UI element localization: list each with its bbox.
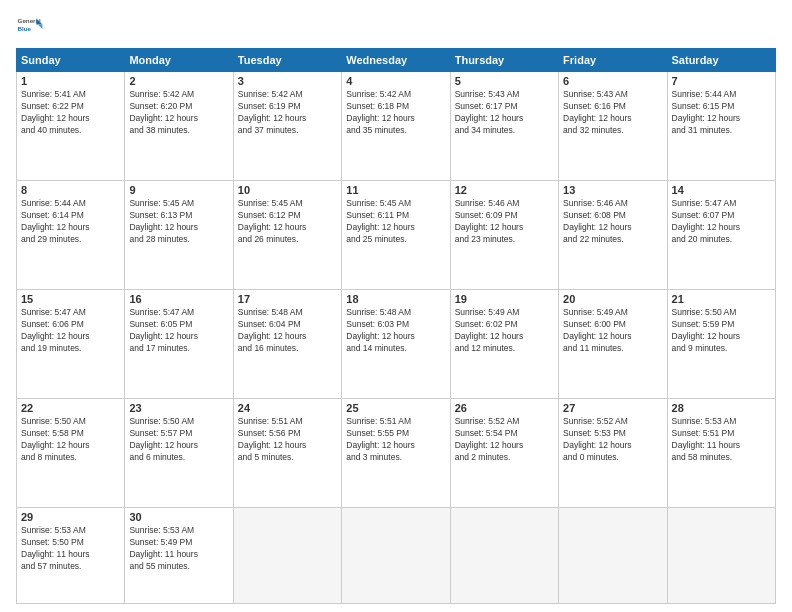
day-info: Sunrise: 5:42 AM Sunset: 6:19 PM Dayligh… bbox=[238, 89, 337, 137]
table-row: 20Sunrise: 5:49 AM Sunset: 6:00 PM Dayli… bbox=[559, 290, 667, 399]
table-row: 24Sunrise: 5:51 AM Sunset: 5:56 PM Dayli… bbox=[233, 399, 341, 508]
table-row: 10Sunrise: 5:45 AM Sunset: 6:12 PM Dayli… bbox=[233, 181, 341, 290]
table-row bbox=[559, 508, 667, 604]
day-info: Sunrise: 5:45 AM Sunset: 6:13 PM Dayligh… bbox=[129, 198, 228, 246]
day-number: 21 bbox=[672, 293, 771, 305]
day-number: 6 bbox=[563, 75, 662, 87]
table-row: 14Sunrise: 5:47 AM Sunset: 6:07 PM Dayli… bbox=[667, 181, 775, 290]
day-info: Sunrise: 5:42 AM Sunset: 6:20 PM Dayligh… bbox=[129, 89, 228, 137]
day-info: Sunrise: 5:49 AM Sunset: 6:00 PM Dayligh… bbox=[563, 307, 662, 355]
col-tuesday: Tuesday bbox=[233, 49, 341, 72]
day-number: 14 bbox=[672, 184, 771, 196]
table-row: 17Sunrise: 5:48 AM Sunset: 6:04 PM Dayli… bbox=[233, 290, 341, 399]
table-row bbox=[450, 508, 558, 604]
logo: General Blue bbox=[16, 12, 44, 40]
day-number: 12 bbox=[455, 184, 554, 196]
table-row: 29Sunrise: 5:53 AM Sunset: 5:50 PM Dayli… bbox=[17, 508, 125, 604]
table-row: 1Sunrise: 5:41 AM Sunset: 6:22 PM Daylig… bbox=[17, 72, 125, 181]
day-info: Sunrise: 5:52 AM Sunset: 5:54 PM Dayligh… bbox=[455, 416, 554, 464]
day-info: Sunrise: 5:47 AM Sunset: 6:07 PM Dayligh… bbox=[672, 198, 771, 246]
calendar-week-row: 8Sunrise: 5:44 AM Sunset: 6:14 PM Daylig… bbox=[17, 181, 776, 290]
day-number: 10 bbox=[238, 184, 337, 196]
calendar-table: Sunday Monday Tuesday Wednesday Thursday… bbox=[16, 48, 776, 604]
table-row: 5Sunrise: 5:43 AM Sunset: 6:17 PM Daylig… bbox=[450, 72, 558, 181]
day-info: Sunrise: 5:44 AM Sunset: 6:15 PM Dayligh… bbox=[672, 89, 771, 137]
day-number: 27 bbox=[563, 402, 662, 414]
day-info: Sunrise: 5:41 AM Sunset: 6:22 PM Dayligh… bbox=[21, 89, 120, 137]
day-info: Sunrise: 5:50 AM Sunset: 5:58 PM Dayligh… bbox=[21, 416, 120, 464]
col-thursday: Thursday bbox=[450, 49, 558, 72]
col-wednesday: Wednesday bbox=[342, 49, 450, 72]
calendar-week-row: 29Sunrise: 5:53 AM Sunset: 5:50 PM Dayli… bbox=[17, 508, 776, 604]
table-row: 12Sunrise: 5:46 AM Sunset: 6:09 PM Dayli… bbox=[450, 181, 558, 290]
table-row: 28Sunrise: 5:53 AM Sunset: 5:51 PM Dayli… bbox=[667, 399, 775, 508]
table-row bbox=[342, 508, 450, 604]
day-info: Sunrise: 5:51 AM Sunset: 5:55 PM Dayligh… bbox=[346, 416, 445, 464]
day-number: 30 bbox=[129, 511, 228, 523]
day-number: 22 bbox=[21, 402, 120, 414]
header: General Blue bbox=[16, 12, 776, 40]
day-number: 25 bbox=[346, 402, 445, 414]
col-monday: Monday bbox=[125, 49, 233, 72]
table-row bbox=[667, 508, 775, 604]
day-info: Sunrise: 5:53 AM Sunset: 5:50 PM Dayligh… bbox=[21, 525, 120, 573]
day-info: Sunrise: 5:49 AM Sunset: 6:02 PM Dayligh… bbox=[455, 307, 554, 355]
day-info: Sunrise: 5:53 AM Sunset: 5:51 PM Dayligh… bbox=[672, 416, 771, 464]
day-number: 20 bbox=[563, 293, 662, 305]
day-number: 11 bbox=[346, 184, 445, 196]
day-info: Sunrise: 5:45 AM Sunset: 6:12 PM Dayligh… bbox=[238, 198, 337, 246]
table-row: 8Sunrise: 5:44 AM Sunset: 6:14 PM Daylig… bbox=[17, 181, 125, 290]
day-number: 5 bbox=[455, 75, 554, 87]
table-row: 22Sunrise: 5:50 AM Sunset: 5:58 PM Dayli… bbox=[17, 399, 125, 508]
table-row: 27Sunrise: 5:52 AM Sunset: 5:53 PM Dayli… bbox=[559, 399, 667, 508]
day-number: 3 bbox=[238, 75, 337, 87]
table-row: 7Sunrise: 5:44 AM Sunset: 6:15 PM Daylig… bbox=[667, 72, 775, 181]
day-number: 29 bbox=[21, 511, 120, 523]
calendar-header-row: Sunday Monday Tuesday Wednesday Thursday… bbox=[17, 49, 776, 72]
day-info: Sunrise: 5:50 AM Sunset: 5:57 PM Dayligh… bbox=[129, 416, 228, 464]
calendar-week-row: 22Sunrise: 5:50 AM Sunset: 5:58 PM Dayli… bbox=[17, 399, 776, 508]
day-number: 23 bbox=[129, 402, 228, 414]
table-row bbox=[233, 508, 341, 604]
day-info: Sunrise: 5:45 AM Sunset: 6:11 PM Dayligh… bbox=[346, 198, 445, 246]
day-info: Sunrise: 5:53 AM Sunset: 5:49 PM Dayligh… bbox=[129, 525, 228, 573]
col-friday: Friday bbox=[559, 49, 667, 72]
table-row: 25Sunrise: 5:51 AM Sunset: 5:55 PM Dayli… bbox=[342, 399, 450, 508]
day-info: Sunrise: 5:46 AM Sunset: 6:08 PM Dayligh… bbox=[563, 198, 662, 246]
table-row: 9Sunrise: 5:45 AM Sunset: 6:13 PM Daylig… bbox=[125, 181, 233, 290]
day-number: 24 bbox=[238, 402, 337, 414]
col-sunday: Sunday bbox=[17, 49, 125, 72]
day-info: Sunrise: 5:47 AM Sunset: 6:05 PM Dayligh… bbox=[129, 307, 228, 355]
day-number: 13 bbox=[563, 184, 662, 196]
logo-icon: General Blue bbox=[16, 12, 44, 40]
day-number: 15 bbox=[21, 293, 120, 305]
day-info: Sunrise: 5:43 AM Sunset: 6:16 PM Dayligh… bbox=[563, 89, 662, 137]
day-info: Sunrise: 5:48 AM Sunset: 6:04 PM Dayligh… bbox=[238, 307, 337, 355]
day-number: 4 bbox=[346, 75, 445, 87]
day-number: 19 bbox=[455, 293, 554, 305]
day-number: 2 bbox=[129, 75, 228, 87]
day-info: Sunrise: 5:42 AM Sunset: 6:18 PM Dayligh… bbox=[346, 89, 445, 137]
day-number: 28 bbox=[672, 402, 771, 414]
day-info: Sunrise: 5:46 AM Sunset: 6:09 PM Dayligh… bbox=[455, 198, 554, 246]
table-row: 6Sunrise: 5:43 AM Sunset: 6:16 PM Daylig… bbox=[559, 72, 667, 181]
table-row: 18Sunrise: 5:48 AM Sunset: 6:03 PM Dayli… bbox=[342, 290, 450, 399]
table-row: 30Sunrise: 5:53 AM Sunset: 5:49 PM Dayli… bbox=[125, 508, 233, 604]
table-row: 23Sunrise: 5:50 AM Sunset: 5:57 PM Dayli… bbox=[125, 399, 233, 508]
day-number: 7 bbox=[672, 75, 771, 87]
table-row: 3Sunrise: 5:42 AM Sunset: 6:19 PM Daylig… bbox=[233, 72, 341, 181]
day-number: 16 bbox=[129, 293, 228, 305]
day-info: Sunrise: 5:50 AM Sunset: 5:59 PM Dayligh… bbox=[672, 307, 771, 355]
day-number: 18 bbox=[346, 293, 445, 305]
day-number: 1 bbox=[21, 75, 120, 87]
calendar-week-row: 15Sunrise: 5:47 AM Sunset: 6:06 PM Dayli… bbox=[17, 290, 776, 399]
day-info: Sunrise: 5:51 AM Sunset: 5:56 PM Dayligh… bbox=[238, 416, 337, 464]
table-row: 21Sunrise: 5:50 AM Sunset: 5:59 PM Dayli… bbox=[667, 290, 775, 399]
day-info: Sunrise: 5:48 AM Sunset: 6:03 PM Dayligh… bbox=[346, 307, 445, 355]
table-row: 16Sunrise: 5:47 AM Sunset: 6:05 PM Dayli… bbox=[125, 290, 233, 399]
day-number: 8 bbox=[21, 184, 120, 196]
day-info: Sunrise: 5:43 AM Sunset: 6:17 PM Dayligh… bbox=[455, 89, 554, 137]
svg-text:Blue: Blue bbox=[18, 25, 32, 32]
day-number: 17 bbox=[238, 293, 337, 305]
day-number: 26 bbox=[455, 402, 554, 414]
